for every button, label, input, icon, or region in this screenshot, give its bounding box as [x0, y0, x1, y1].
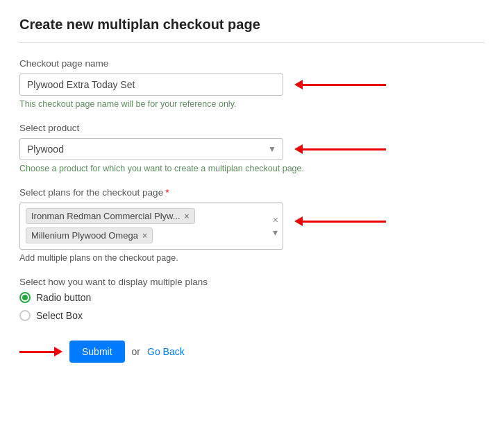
plan-tag-1-label: Ironman Redman Commercial Plyw... [31, 211, 180, 221]
arrow-head-plans [294, 216, 303, 226]
plans-multiselect[interactable]: Ironman Redman Commercial Plyw... × Mill… [19, 203, 283, 250]
required-marker: * [165, 187, 169, 198]
arrow-line-plans [303, 221, 386, 223]
radio-label-1: Radio button [36, 292, 91, 303]
product-select-wrapper: Plywood Wood Metal Concrete ▼ [19, 138, 283, 160]
radio-label-2: Select Box [36, 310, 83, 321]
plan-tag-2: Millenium Plywood Omega × [26, 227, 153, 243]
arrow-head-product [294, 144, 303, 154]
checkout-name-label: Checkout page name [19, 58, 485, 69]
clear-all-button[interactable]: × [273, 215, 278, 225]
or-text: or [132, 346, 140, 357]
plans-hint: Add multiple plans on the checkout page. [19, 253, 485, 263]
display-mode-label: Select how you want to display multiple … [19, 277, 485, 287]
arrow-line-checkout [303, 84, 386, 86]
arrow-submit [19, 347, 62, 356]
radio-select-box[interactable]: Select Box [19, 310, 485, 321]
arrow-checkout-name [294, 80, 386, 89]
plan-tag-1-remove[interactable]: × [185, 212, 190, 221]
radio-group: Radio button Select Box [19, 292, 485, 321]
checkout-name-group: Checkout page name This checkout page na… [19, 58, 485, 109]
arrow-head-checkout [294, 80, 303, 89]
divider [19, 42, 485, 43]
plan-tag-1: Ironman Redman Commercial Plyw... × [26, 208, 195, 224]
dropdown-toggle-button[interactable]: ▾ [273, 227, 278, 237]
product-group: Select product Plywood Wood Metal Concre… [19, 123, 485, 173]
footer: Submit or Go Back [19, 341, 485, 363]
plan-tag-2-label: Millenium Plywood Omega [31, 230, 138, 241]
arrow-head-submit [54, 347, 62, 356]
arrow-line-submit [19, 351, 54, 353]
multiselect-controls: × ▾ [273, 215, 278, 237]
checkout-name-input[interactable] [19, 74, 283, 96]
product-hint: Choose a product for which you want to c… [19, 164, 485, 173]
radio-radio-button[interactable]: Radio button [19, 292, 485, 303]
radio-circle-2 [19, 310, 31, 321]
arrow-plans [294, 216, 386, 226]
go-back-link[interactable]: Go Back [147, 346, 185, 357]
plan-tag-2-remove[interactable]: × [142, 231, 147, 241]
arrow-line-product [303, 148, 386, 150]
display-mode-group: Select how you want to display multiple … [19, 277, 485, 321]
product-select[interactable]: Plywood Wood Metal Concrete [19, 138, 283, 160]
product-label: Select product [19, 123, 485, 133]
page-title: Create new multiplan checkout page [19, 17, 485, 33]
arrow-product [294, 144, 386, 154]
plans-label-text: Select plans for the checkout page [19, 187, 163, 198]
plans-group: Select plans for the checkout page* Iron… [19, 187, 485, 263]
checkout-name-hint: This checkout page name will be for your… [19, 99, 485, 109]
submit-button[interactable]: Submit [69, 341, 125, 363]
plans-label: Select plans for the checkout page* [19, 187, 485, 198]
radio-circle-1 [19, 292, 31, 303]
